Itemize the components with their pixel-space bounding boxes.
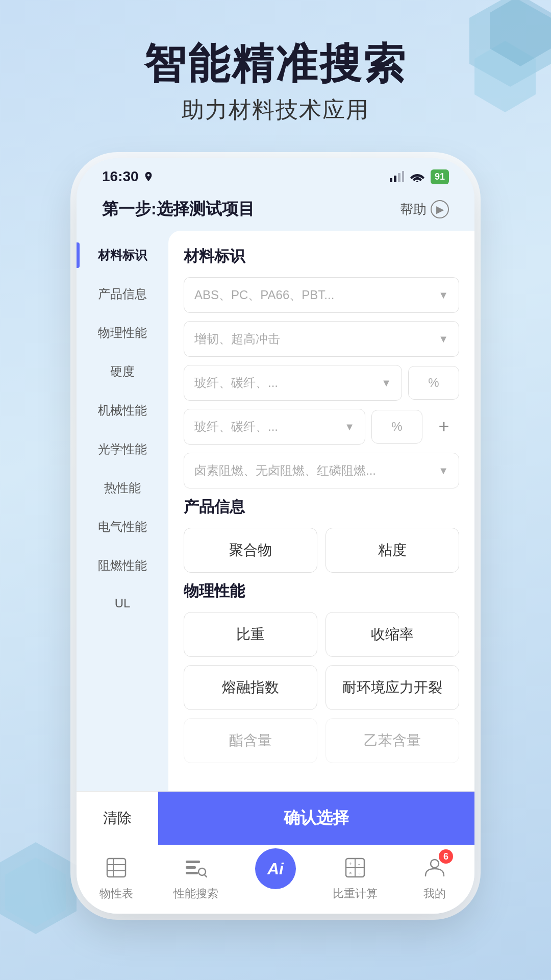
sidebar-item-thermal[interactable]: 热性能: [77, 469, 168, 507]
product-viscosity-button[interactable]: 粘度: [325, 528, 459, 573]
tab-properties-label: 物性表: [99, 886, 133, 901]
page-title: 第一步:选择测试项目: [102, 198, 255, 220]
material-section-title: 材料标识: [184, 246, 459, 267]
sidebar-item-flame[interactable]: 阻燃性能: [77, 546, 168, 585]
dropdown3-arrow-icon: ▼: [381, 377, 391, 389]
physical-buttons: 比重 收缩率 熔融指数 耐环境应力开裂 酯含量 乙苯含量: [184, 612, 459, 763]
status-bar: 16:30 91: [77, 158, 474, 190]
help-label: 帮助: [400, 201, 427, 218]
action-bar: 清除 确认选择: [77, 791, 474, 845]
help-button[interactable]: 帮助 ▶: [400, 200, 449, 218]
percent-field-2[interactable]: %: [371, 410, 422, 444]
sidebar-item-product[interactable]: 产品信息: [77, 275, 168, 313]
sidebar-item-material[interactable]: 材料标识: [77, 236, 168, 275]
svg-rect-10: [107, 859, 126, 877]
sidebar-item-physical[interactable]: 物理性能: [77, 313, 168, 352]
dropdown4-arrow-icon: ▼: [344, 421, 355, 433]
tab-my[interactable]: 6 我的: [395, 853, 474, 901]
fiber-type-dropdown-1[interactable]: 玻纤、碳纤、... ▼: [184, 365, 402, 401]
svg-rect-6: [394, 176, 396, 182]
svg-text:-: -: [358, 861, 360, 867]
svg-point-26: [431, 860, 439, 868]
percent-symbol-2: %: [391, 420, 402, 434]
svg-point-9: [416, 181, 418, 182]
sidebar: 材料标识 产品信息 物理性能 硬度 机械性能 光学性能 热性能 电气性能: [77, 231, 168, 791]
physical-shrinkage-button[interactable]: 收缩率: [325, 612, 459, 657]
status-icons: 91: [390, 169, 449, 184]
material-type-placeholder: ABS、PC、PA66、PBT...: [194, 287, 334, 303]
status-time: 16:30: [102, 168, 139, 185]
main-content: 材料标识 产品信息 物理性能 硬度 机械性能 光学性能 热性能 电气性能: [77, 231, 474, 791]
sidebar-item-hardness[interactable]: 硬度: [77, 352, 168, 391]
svg-rect-8: [402, 171, 404, 182]
svg-rect-5: [390, 178, 392, 182]
svg-text:÷: ÷: [358, 870, 361, 876]
calc-icon: + - × ÷: [341, 853, 369, 882]
sidebar-item-ul[interactable]: UL: [77, 585, 168, 622]
tab-density-calc[interactable]: + - × ÷ 比重计算: [315, 853, 395, 901]
page-header: 第一步:选择测试项目 帮助 ▶: [77, 190, 474, 231]
wifi-icon: [410, 171, 424, 182]
fiber-type-1-placeholder: 玻纤、碳纤、...: [194, 375, 278, 391]
sidebar-item-electrical[interactable]: 电气性能: [77, 507, 168, 546]
tab-my-label: 我的: [423, 886, 446, 901]
fiber-type-dropdown-2[interactable]: 玻纤、碳纤、... ▼: [184, 409, 365, 445]
material-type-dropdown[interactable]: ABS、PC、PA66、PBT... ▼: [184, 277, 459, 313]
confirm-button[interactable]: 确认选择: [158, 792, 474, 845]
help-circle-icon: ▶: [431, 200, 449, 218]
physical-section: 物理性能 比重 收缩率 熔融指数 耐环境应力开裂 酯含量: [184, 581, 459, 763]
battery-indicator: 91: [431, 169, 449, 184]
fiber-type-2-placeholder: 玻纤、碳纤、...: [194, 419, 278, 435]
tab-search-label: 性能搜索: [173, 886, 218, 901]
material-section: 材料标识 ABS、PC、PA66、PBT... ▼ 增韧、超高冲击 ▼ 玻纤、碳…: [184, 246, 459, 488]
material-modifier-dropdown[interactable]: 增韧、超高冲击 ▼: [184, 321, 459, 357]
physical-mfi-button[interactable]: 熔融指数: [184, 665, 317, 710]
material-modifier-placeholder: 增韧、超高冲击: [194, 331, 280, 347]
signal-icon: [390, 171, 404, 182]
sidebar-item-mechanical[interactable]: 机械性能: [77, 391, 168, 430]
user-icon: 6: [420, 853, 449, 882]
location-icon: [143, 171, 154, 182]
clear-button[interactable]: 清除: [77, 792, 158, 845]
svg-rect-15: [186, 866, 196, 869]
tab-calc-label: 比重计算: [333, 886, 378, 901]
tab-ai[interactable]: Ai: [236, 853, 315, 901]
product-section: 产品信息 聚合物 粘度: [184, 497, 459, 573]
dropdown2-arrow-icon: ▼: [438, 333, 448, 345]
tab-bar: 物性表 性能搜索 Ai: [77, 845, 474, 914]
flame-retardant-placeholder: 卤素阻燃、无卤阻燃、红磷阻燃...: [194, 462, 376, 479]
search-icon: [182, 853, 210, 882]
svg-text:×: ×: [349, 870, 352, 876]
fiber-row-1: 玻纤、碳纤、... ▼ %: [184, 365, 459, 401]
physical-stress-crack-button[interactable]: 耐环境应力开裂: [325, 665, 459, 710]
content-area: 材料标识 ABS、PC、PA66、PBT... ▼ 增韧、超高冲击 ▼ 玻纤、碳…: [168, 231, 474, 791]
svg-line-18: [205, 875, 207, 877]
svg-rect-7: [398, 173, 400, 182]
percent-symbol-1: %: [428, 376, 439, 390]
physical-ethylbenzene-button[interactable]: 乙苯含量: [325, 718, 459, 763]
dropdown5-arrow-icon: ▼: [438, 465, 448, 477]
physical-ester-button[interactable]: 酯含量: [184, 718, 317, 763]
table-icon: [102, 853, 131, 882]
fiber-row-2: 玻纤、碳纤、... ▼ % +: [184, 409, 459, 445]
tab-properties-table[interactable]: 物性表: [77, 853, 156, 901]
svg-rect-14: [186, 861, 200, 863]
tab-performance-search[interactable]: 性能搜索: [156, 853, 236, 901]
ai-icon: Ai: [255, 848, 296, 889]
physical-section-title: 物理性能: [184, 581, 459, 602]
flame-retardant-dropdown[interactable]: 卤素阻燃、无卤阻燃、红磷阻燃... ▼: [184, 453, 459, 488]
sidebar-item-optical[interactable]: 光学性能: [77, 430, 168, 469]
product-polymer-button[interactable]: 聚合物: [184, 528, 317, 573]
product-buttons: 聚合物 粘度: [184, 528, 459, 573]
physical-density-button[interactable]: 比重: [184, 612, 317, 657]
product-section-title: 产品信息: [184, 497, 459, 518]
badge-count: 6: [439, 849, 453, 864]
dropdown1-arrow-icon: ▼: [438, 289, 448, 301]
hex-decoration-top: [398, 0, 551, 153]
percent-field-1[interactable]: %: [408, 366, 459, 400]
svg-rect-16: [186, 872, 198, 874]
svg-text:+: +: [349, 861, 352, 867]
phone-mockup: 16:30 91 第一步:选择测试项目 帮助 ▶: [77, 158, 474, 914]
add-fiber-button[interactable]: +: [429, 411, 459, 442]
